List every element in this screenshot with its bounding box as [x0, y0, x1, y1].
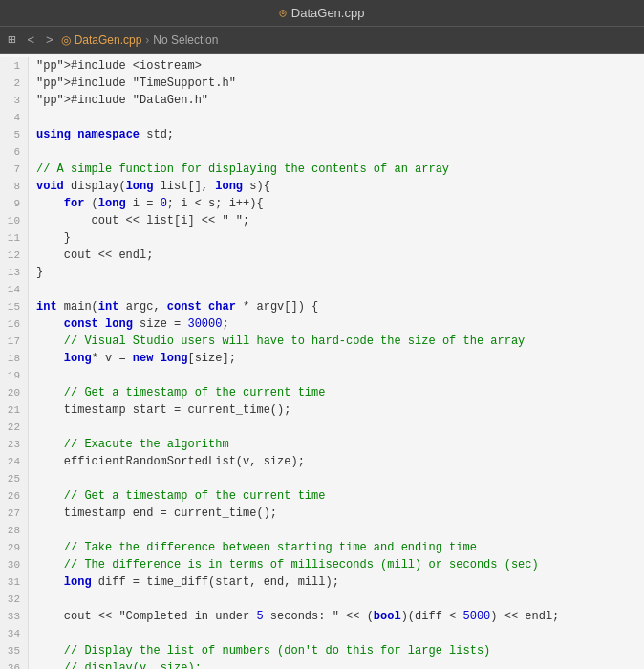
line-content: cout << "Completed in under 5 seconds: "… — [29, 608, 559, 625]
breadcrumb-selection: No Selection — [153, 33, 218, 47]
table-row: 33 cout << "Completed in under 5 seconds… — [0, 608, 644, 625]
table-row: 22 — [0, 419, 644, 436]
line-number: 27 — [0, 505, 29, 522]
line-content: using namespace std; — [29, 126, 174, 143]
line-content: "pp">#include <iostream> — [29, 57, 202, 75]
line-number: 6 — [0, 143, 29, 161]
line-content: } — [29, 229, 71, 247]
title-text: DataGen.cpp — [291, 6, 365, 20]
table-row: 6 — [0, 143, 644, 161]
line-number: 5 — [0, 126, 29, 143]
code-editor[interactable]: 1"pp">#include <iostream>2"pp">#include … — [0, 54, 644, 669]
forward-button[interactable]: > — [42, 31, 57, 49]
line-number: 7 — [0, 161, 29, 178]
line-content — [29, 281, 43, 298]
table-row: 15int main(int argc, const char * argv[]… — [0, 298, 644, 315]
file-icon: ◎ — [280, 6, 287, 20]
table-row: 4 — [0, 109, 644, 126]
line-content: for (long i = 0; i < s; i++){ — [29, 195, 264, 212]
table-row: 12 cout << endl; — [0, 247, 644, 264]
table-row: 1"pp">#include <iostream> — [0, 57, 644, 75]
line-content: cout << endl; — [29, 247, 153, 264]
line-number: 18 — [0, 350, 29, 367]
table-row: 13} — [0, 264, 644, 281]
line-number: 25 — [0, 470, 29, 487]
line-content: void display(long list[], long s){ — [29, 178, 270, 195]
line-number: 19 — [0, 367, 29, 384]
line-content: cout << list[i] << " "; — [29, 212, 249, 229]
table-row: 27 timestamp end = current_time(); — [0, 505, 644, 522]
line-content — [29, 522, 43, 539]
line-number: 29 — [0, 539, 29, 556]
line-number: 1 — [0, 57, 29, 75]
line-number: 22 — [0, 419, 29, 436]
line-number: 13 — [0, 264, 29, 281]
line-number: 35 — [0, 642, 29, 659]
line-content — [29, 470, 43, 487]
table-row: 23 // Exacute the algorithm — [0, 436, 644, 453]
line-content: timestamp end = current_time(); — [29, 505, 277, 522]
table-row: 34 — [0, 625, 644, 642]
line-number: 26 — [0, 487, 29, 505]
line-number: 9 — [0, 195, 29, 212]
line-content — [29, 591, 43, 608]
breadcrumb-file[interactable]: DataGen.cpp — [75, 33, 142, 47]
line-content: int main(int argc, const char * argv[]) … — [29, 298, 318, 315]
line-number: 11 — [0, 229, 29, 247]
line-content: // display(v, size); — [29, 659, 202, 669]
line-number: 12 — [0, 247, 29, 264]
table-row: 5using namespace std; — [0, 126, 644, 143]
table-row: 35 // Display the list of numbers (don't… — [0, 642, 644, 659]
table-row: 28 — [0, 522, 644, 539]
line-content: // Display the list of numbers (don't do… — [29, 642, 490, 659]
table-row: 21 timestamp start = current_time(); — [0, 401, 644, 419]
line-number: 31 — [0, 573, 29, 591]
line-number: 20 — [0, 384, 29, 401]
line-content: timestamp start = current_time(); — [29, 401, 290, 419]
table-row: 32 — [0, 591, 644, 608]
line-content — [29, 143, 43, 161]
line-content: // A simple function for displaying the … — [29, 161, 449, 178]
breadcrumb: ◎ DataGen.cpp › No Selection — [61, 33, 219, 47]
line-content: // The difference is in terms of millise… — [29, 556, 539, 573]
table-row: 30 // The difference is in terms of mill… — [0, 556, 644, 573]
line-number: 36 — [0, 659, 29, 669]
table-row: 19 — [0, 367, 644, 384]
line-number: 23 — [0, 436, 29, 453]
breadcrumb-separator: › — [145, 33, 149, 47]
line-number: 30 — [0, 556, 29, 573]
line-number: 10 — [0, 212, 29, 229]
table-row: 3"pp">#include "DataGen.h" — [0, 92, 644, 109]
table-row: 14 — [0, 281, 644, 298]
line-number: 32 — [0, 591, 29, 608]
line-content: } — [29, 264, 43, 281]
table-row: 24 efficientRandomSortedList(v, size); — [0, 453, 644, 470]
line-content: efficientRandomSortedList(v, size); — [29, 453, 305, 470]
table-row: 29 // Take the difference between starti… — [0, 539, 644, 556]
table-row: 18 long* v = new long[size]; — [0, 350, 644, 367]
line-content: long* v = new long[size]; — [29, 350, 236, 367]
line-content — [29, 367, 43, 384]
table-row: 17 // Visual Studio users will have to h… — [0, 333, 644, 350]
table-row: 20 // Get a timestamp of the current tim… — [0, 384, 644, 401]
line-number: 17 — [0, 333, 29, 350]
line-number: 21 — [0, 401, 29, 419]
table-row: 7// A simple function for displaying the… — [0, 161, 644, 178]
line-content — [29, 625, 43, 642]
line-content: // Get a timestamp of the current time — [29, 487, 325, 505]
line-content: const long size = 30000; — [29, 315, 229, 333]
grid-icon: ⊞ — [8, 32, 15, 48]
table-row: 26 // Get a timestamp of the current tim… — [0, 487, 644, 505]
line-number: 33 — [0, 608, 29, 625]
line-number: 34 — [0, 625, 29, 642]
line-content: "pp">#include "DataGen.h" — [29, 92, 208, 109]
line-content: // Get a timestamp of the current time — [29, 384, 325, 401]
line-number: 24 — [0, 453, 29, 470]
table-row: 11 } — [0, 229, 644, 247]
breadcrumb-icon: ◎ — [61, 33, 71, 47]
back-button[interactable]: < — [23, 31, 38, 49]
table-row: 25 — [0, 470, 644, 487]
line-content: // Visual Studio users will have to hard… — [29, 333, 525, 350]
title-bar: ◎ DataGen.cpp — [0, 0, 644, 27]
table-row: 36 // display(v, size); — [0, 659, 644, 669]
